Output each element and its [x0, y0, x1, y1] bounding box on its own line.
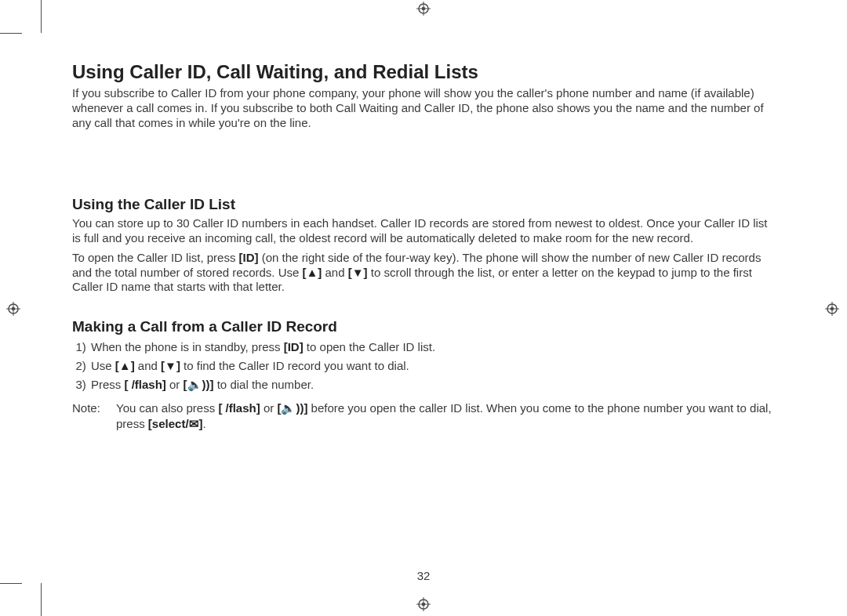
page-title: Using Caller ID, Call Waiting, and Redia…: [72, 61, 778, 83]
step-3: Press [ /flash] or [🔈))] to dial the num…: [89, 376, 778, 393]
registration-mark-top-icon: [416, 2, 431, 16]
caller-id-list-paragraph-2: To open the Caller ID list, press [ID] (…: [72, 251, 778, 295]
down-arrow-icon: [▼]: [348, 266, 368, 279]
intro-paragraph: If you subscribe to Caller ID from your …: [72, 86, 778, 130]
flash-button-label: [ /flash]: [125, 378, 166, 391]
crop-mark-icon: [0, 33, 22, 34]
speaker-button-icon: [🔈))]: [184, 378, 214, 391]
caller-id-list-paragraph-1: You can store up to 30 Caller ID numbers…: [72, 216, 778, 246]
crop-mark-icon: [0, 583, 22, 584]
registration-mark-bottom-icon: [416, 597, 431, 611]
crop-mark-icon: [41, 0, 42, 33]
step-2: Use [▲] and [▼] to find the Caller ID re…: [89, 357, 778, 375]
note: Note: You can also press [ /flash] or [🔈…: [72, 400, 778, 431]
flash-button-label: [ /flash]: [218, 401, 260, 415]
page-number: 32: [0, 569, 847, 582]
speaker-button-icon: [🔈))]: [277, 401, 307, 415]
registration-mark-left-icon: [6, 302, 20, 316]
up-arrow-icon: [▲]: [303, 266, 322, 279]
registration-mark-right-icon: [825, 302, 839, 316]
up-arrow-icon: [▲]: [115, 359, 135, 372]
down-arrow-icon: [▼]: [161, 359, 180, 372]
crop-mark-icon: [41, 583, 42, 616]
step-1: When the phone is in standby, press [ID]…: [89, 339, 778, 356]
id-button-icon: [ID]: [284, 340, 304, 353]
steps-list: When the phone is in standby, press [ID]…: [72, 339, 778, 393]
note-label: Note:: [72, 400, 116, 431]
select-button-label: [select/✉]: [148, 417, 203, 430]
note-text: You can also press [ /flash] or [🔈))] be…: [116, 400, 778, 431]
id-button-icon: [ID]: [239, 251, 259, 264]
page-content: Using Caller ID, Call Waiting, and Redia…: [72, 61, 778, 431]
section-title-caller-id-list: Using the Caller ID List: [72, 196, 778, 213]
section-title-making-call: Making a Call from a Caller ID Record: [72, 318, 778, 335]
